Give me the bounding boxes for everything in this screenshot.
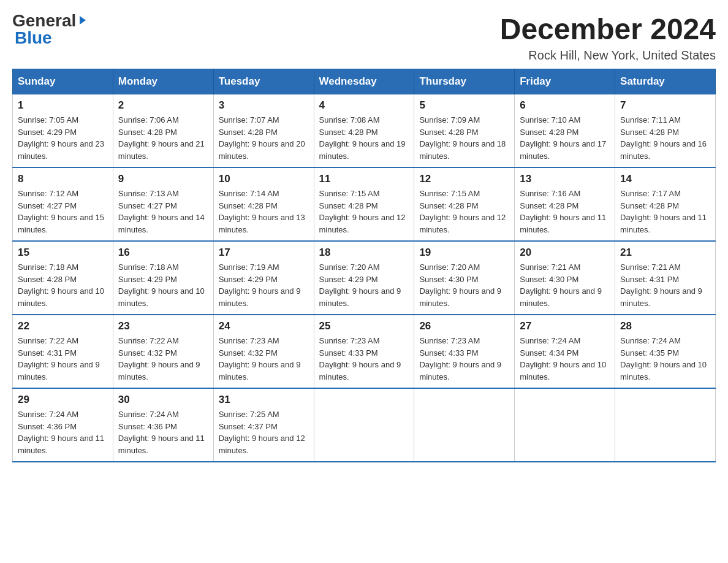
calendar-cell: 26 Sunrise: 7:23 AMSunset: 4:33 PMDaylig… <box>414 315 515 388</box>
day-info: Sunrise: 7:08 AMSunset: 4:28 PMDaylight:… <box>319 115 406 161</box>
day-info: Sunrise: 7:20 AMSunset: 4:29 PMDaylight:… <box>319 262 401 308</box>
calendar-cell: 1 Sunrise: 7:05 AMSunset: 4:29 PMDayligh… <box>13 94 113 168</box>
day-info: Sunrise: 7:22 AMSunset: 4:31 PMDaylight:… <box>18 336 100 381</box>
day-number: 2 <box>118 99 208 112</box>
page-header: General Blue December 2024 Rock Hill, Ne… <box>12 12 716 63</box>
calendar-cell: 17 Sunrise: 7:19 AMSunset: 4:29 PMDaylig… <box>213 241 314 315</box>
calendar-cell: 31 Sunrise: 7:25 AMSunset: 4:37 PMDaylig… <box>213 388 314 462</box>
day-number: 16 <box>118 247 208 259</box>
calendar-cell: 6 Sunrise: 7:10 AMSunset: 4:28 PMDayligh… <box>515 94 615 168</box>
calendar-cell <box>414 388 515 462</box>
day-number: 15 <box>18 247 108 259</box>
calendar-cell: 22 Sunrise: 7:22 AMSunset: 4:31 PMDaylig… <box>13 315 113 388</box>
calendar-cell: 10 Sunrise: 7:14 AMSunset: 4:28 PMDaylig… <box>213 167 314 241</box>
weekday-header-tuesday: Tuesday <box>213 69 314 94</box>
weekday-header-thursday: Thursday <box>414 69 515 94</box>
day-info: Sunrise: 7:25 AMSunset: 4:37 PMDaylight:… <box>219 410 305 455</box>
calendar-header: SundayMondayTuesdayWednesdayThursdayFrid… <box>13 69 716 94</box>
day-info: Sunrise: 7:24 AMSunset: 4:34 PMDaylight:… <box>520 336 606 381</box>
calendar-cell: 7 Sunrise: 7:11 AMSunset: 4:28 PMDayligh… <box>615 94 716 168</box>
calendar-cell <box>615 388 716 462</box>
calendar-cell: 18 Sunrise: 7:20 AMSunset: 4:29 PMDaylig… <box>314 241 414 315</box>
calendar-cell: 11 Sunrise: 7:15 AMSunset: 4:28 PMDaylig… <box>314 167 414 241</box>
calendar-cell: 3 Sunrise: 7:07 AMSunset: 4:28 PMDayligh… <box>213 94 314 168</box>
day-number: 4 <box>319 99 409 112</box>
day-info: Sunrise: 7:14 AMSunset: 4:28 PMDaylight:… <box>219 189 305 234</box>
calendar-table: SundayMondayTuesdayWednesdayThursdayFrid… <box>12 69 716 462</box>
day-info: Sunrise: 7:18 AMSunset: 4:28 PMDaylight:… <box>18 262 104 308</box>
day-number: 9 <box>118 173 208 185</box>
day-number: 11 <box>319 173 409 185</box>
calendar-cell: 21 Sunrise: 7:21 AMSunset: 4:31 PMDaylig… <box>615 241 716 315</box>
calendar-cell: 28 Sunrise: 7:24 AMSunset: 4:35 PMDaylig… <box>615 315 716 388</box>
day-number: 24 <box>219 320 309 332</box>
calendar-cell: 16 Sunrise: 7:18 AMSunset: 4:29 PMDaylig… <box>113 241 213 315</box>
day-number: 18 <box>319 247 409 259</box>
day-number: 22 <box>18 320 108 332</box>
day-number: 7 <box>620 99 710 112</box>
calendar-cell: 15 Sunrise: 7:18 AMSunset: 4:28 PMDaylig… <box>13 241 113 315</box>
day-number: 10 <box>219 173 309 185</box>
day-number: 27 <box>520 320 610 332</box>
day-number: 12 <box>419 173 509 185</box>
weekday-header-row: SundayMondayTuesdayWednesdayThursdayFrid… <box>13 69 716 94</box>
calendar-cell: 14 Sunrise: 7:17 AMSunset: 4:28 PMDaylig… <box>615 167 716 241</box>
calendar-week-row: 15 Sunrise: 7:18 AMSunset: 4:28 PMDaylig… <box>13 241 716 315</box>
day-info: Sunrise: 7:15 AMSunset: 4:28 PMDaylight:… <box>319 189 406 234</box>
day-number: 30 <box>118 394 208 406</box>
day-info: Sunrise: 7:20 AMSunset: 4:30 PMDaylight:… <box>419 262 501 308</box>
day-number: 20 <box>520 247 610 259</box>
day-info: Sunrise: 7:09 AMSunset: 4:28 PMDaylight:… <box>419 115 506 161</box>
logo-arrow-icon <box>77 15 88 28</box>
day-info: Sunrise: 7:06 AMSunset: 4:28 PMDaylight:… <box>118 115 205 161</box>
calendar-cell: 4 Sunrise: 7:08 AMSunset: 4:28 PMDayligh… <box>314 94 414 168</box>
logo-blue-text: Blue <box>15 28 52 47</box>
day-number: 3 <box>219 99 309 112</box>
location-subtitle: Rock Hill, New York, United States <box>500 48 716 63</box>
calendar-cell: 20 Sunrise: 7:21 AMSunset: 4:30 PMDaylig… <box>515 241 615 315</box>
weekday-header-sunday: Sunday <box>13 69 113 94</box>
day-number: 25 <box>319 320 409 332</box>
calendar-cell: 30 Sunrise: 7:24 AMSunset: 4:36 PMDaylig… <box>113 388 213 462</box>
day-number: 23 <box>118 320 208 332</box>
weekday-header-monday: Monday <box>113 69 213 94</box>
calendar-cell: 9 Sunrise: 7:13 AMSunset: 4:27 PMDayligh… <box>113 167 213 241</box>
day-number: 13 <box>520 173 610 185</box>
day-info: Sunrise: 7:07 AMSunset: 4:28 PMDaylight:… <box>219 115 305 161</box>
day-info: Sunrise: 7:22 AMSunset: 4:32 PMDaylight:… <box>118 336 200 381</box>
day-info: Sunrise: 7:21 AMSunset: 4:31 PMDaylight:… <box>620 262 702 308</box>
day-info: Sunrise: 7:21 AMSunset: 4:30 PMDaylight:… <box>520 262 602 308</box>
calendar-cell <box>515 388 615 462</box>
calendar-cell <box>314 388 414 462</box>
day-info: Sunrise: 7:23 AMSunset: 4:32 PMDaylight:… <box>219 336 301 381</box>
day-number: 14 <box>620 173 710 185</box>
weekday-header-saturday: Saturday <box>615 69 716 94</box>
calendar-cell: 25 Sunrise: 7:23 AMSunset: 4:33 PMDaylig… <box>314 315 414 388</box>
day-info: Sunrise: 7:13 AMSunset: 4:27 PMDaylight:… <box>118 189 205 234</box>
title-block: December 2024 Rock Hill, New York, Unite… <box>500 12 716 63</box>
day-number: 29 <box>18 394 108 406</box>
day-info: Sunrise: 7:18 AMSunset: 4:29 PMDaylight:… <box>118 262 205 308</box>
day-info: Sunrise: 7:19 AMSunset: 4:29 PMDaylight:… <box>219 262 301 308</box>
day-number: 6 <box>520 99 610 112</box>
day-info: Sunrise: 7:17 AMSunset: 4:28 PMDaylight:… <box>620 189 707 234</box>
day-info: Sunrise: 7:23 AMSunset: 4:33 PMDaylight:… <box>319 336 401 381</box>
month-year-title: December 2024 <box>500 12 716 46</box>
day-number: 17 <box>219 247 309 259</box>
calendar-cell: 5 Sunrise: 7:09 AMSunset: 4:28 PMDayligh… <box>414 94 515 168</box>
calendar-week-row: 29 Sunrise: 7:24 AMSunset: 4:36 PMDaylig… <box>13 388 716 462</box>
day-number: 5 <box>419 99 509 112</box>
day-info: Sunrise: 7:24 AMSunset: 4:35 PMDaylight:… <box>620 336 707 381</box>
day-info: Sunrise: 7:10 AMSunset: 4:28 PMDaylight:… <box>520 115 606 161</box>
day-info: Sunrise: 7:15 AMSunset: 4:28 PMDaylight:… <box>419 189 506 234</box>
logo-general-text: General <box>12 12 76 29</box>
day-info: Sunrise: 7:23 AMSunset: 4:33 PMDaylight:… <box>419 336 501 381</box>
day-info: Sunrise: 7:12 AMSunset: 4:27 PMDaylight:… <box>18 189 104 234</box>
calendar-week-row: 1 Sunrise: 7:05 AMSunset: 4:29 PMDayligh… <box>13 94 716 168</box>
day-number: 8 <box>18 173 108 185</box>
day-info: Sunrise: 7:11 AMSunset: 4:28 PMDaylight:… <box>620 115 707 161</box>
day-number: 21 <box>620 247 710 259</box>
day-info: Sunrise: 7:05 AMSunset: 4:29 PMDaylight:… <box>18 115 104 161</box>
calendar-cell: 29 Sunrise: 7:24 AMSunset: 4:36 PMDaylig… <box>13 388 113 462</box>
calendar-week-row: 22 Sunrise: 7:22 AMSunset: 4:31 PMDaylig… <box>13 315 716 388</box>
